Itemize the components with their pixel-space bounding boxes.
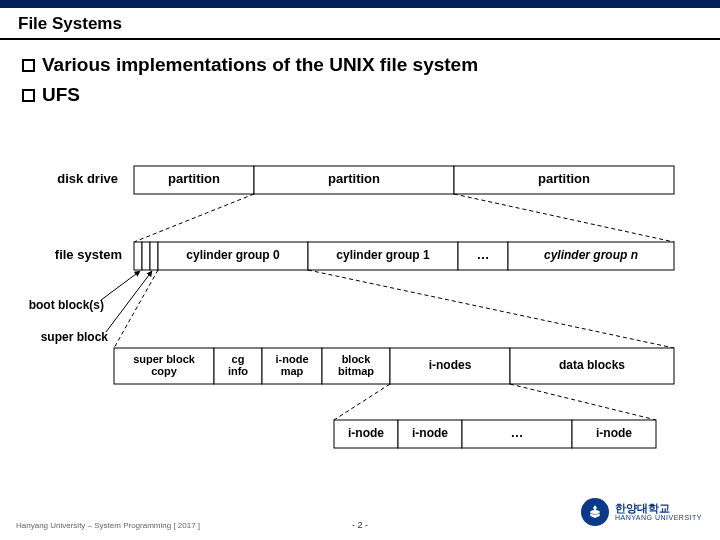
detail-label: data blocks [559,358,625,372]
partition-label: partition [538,171,590,186]
svg-line-3 [106,271,152,332]
svg-line-6 [334,384,390,420]
svg-line-7 [510,384,656,420]
bullet-text: Various implementations of the UNIX file… [42,54,478,76]
label-disk-drive: disk drive [57,171,118,186]
cg-label: cylinder group 0 [186,248,280,262]
bullet-square-icon [22,59,35,72]
svg-line-5 [308,270,674,348]
svg-line-0 [134,194,254,242]
slide-title-area: File Systems [0,8,720,40]
bullet-list: Various implementations of the UNIX file… [0,40,720,106]
partition-label: partition [168,171,220,186]
bullet-text: UFS [42,84,80,106]
top-accent-bar [0,0,720,8]
bullet-square-icon [22,89,35,102]
label-super-block: super block [41,330,109,344]
detail-label: i-nodes [429,358,472,372]
university-logo: 한양대학교 HANYANG UNIVERSITY [581,498,702,526]
logo-text-en: HANYANG UNIVERSITY [615,514,702,521]
super-block-sliver [150,242,158,270]
inode-ellipsis-label: … [511,425,524,440]
inode-label: i-node [348,426,384,440]
svg-line-1 [454,194,674,242]
partition-label: partition [328,171,380,186]
boot-block-sliver [134,242,142,270]
slide-title: File Systems [18,14,702,34]
cg-label: cylinder group 1 [336,248,430,262]
detail-label: blockbitmap [338,353,374,377]
cg-label: cylinder group n [544,248,638,262]
logo-badge-icon [581,498,609,526]
bullet-item: Various implementations of the UNIX file… [22,54,698,76]
ufs-diagram: disk drive partition partition partition… [16,150,706,490]
boot-block-sliver [142,242,150,270]
svg-line-2 [101,271,140,300]
svg-line-4 [114,270,158,348]
bullet-item: UFS [22,84,698,106]
inode-label: i-node [412,426,448,440]
cg-ellipsis: … [477,247,490,262]
logo-text-ko: 한양대학교 [615,503,702,514]
label-boot-blocks: boot block(s) [29,298,104,312]
inode-label: i-node [596,426,632,440]
logo-text: 한양대학교 HANYANG UNIVERSITY [615,503,702,521]
label-file-system: file system [55,247,122,262]
